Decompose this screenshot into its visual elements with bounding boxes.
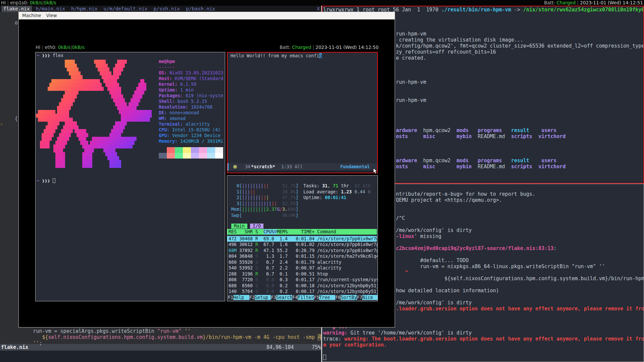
modeline-accent-bar	[228, 163, 229, 171]
palette-swatch	[207, 147, 215, 153]
emacs-tab-h/hpm.nix[interactable]: h/hpm.nix	[69, 6, 100, 12]
htop-meter: Swp[ 0K/0K]	[231, 213, 298, 218]
htop-meter: 2[|||||||||| 47.7%]	[231, 195, 298, 200]
palette-swatch	[167, 153, 175, 159]
neofetch-kernel: Kernel: 6.1.59	[159, 81, 196, 87]
vm-prompt: ~ ❯❯❯ flex	[37, 53, 63, 58]
warning-icon: ⚠	[0, 122, 3, 126]
neofetch-packages: Packages: 619 (nix-syste	[159, 93, 223, 99]
htop-process-row[interactable]: 540 53992 S 0.7 2.2 0:00.97 alacritty	[227, 265, 377, 271]
modeline-dot-icon	[233, 165, 237, 169]
terminal-row: trace: warning: The boot.loader.grub.ver…	[323, 336, 644, 342]
neofetch-underline: ------	[159, 64, 175, 70]
emacs-echo-area	[0, 351, 321, 362]
emacs-tab-h/main.nix[interactable]: h/main.nix	[34, 6, 67, 12]
modeline-buffer-name: *scratch*	[251, 163, 275, 171]
htop-process-row[interactable]: 472 30468 R 69.0 1.4 0:01.04 /nix/store/…	[227, 236, 377, 242]
modeline-number: 34	[245, 163, 250, 171]
htop-meter: 3[||||||||||||| 62.5%]	[231, 201, 298, 206]
emacs-text-fragment: o	[15, 20, 18, 26]
vm-emacs-echo-area	[228, 171, 377, 173]
terminal-row: warning: Git tree '/home/me/work/config'…	[323, 330, 472, 336]
mouse-cursor	[373, 168, 379, 175]
qemu-menu-machine[interactable]: Machine	[22, 13, 41, 18]
htop-process-row[interactable]: 68M 37892 R 47.1 55.2 0:26.79 /nix/store…	[227, 248, 377, 253]
htop-meter: 1[||||| 26.0%]	[231, 189, 298, 195]
modeline-major-mode: Fundamental	[340, 163, 370, 171]
terminal-row	[323, 354, 326, 360]
modeline-percent: 75%	[312, 344, 321, 351]
emacs-tab-u/m/default.nix[interactable]: u/m/default.nix	[101, 6, 149, 12]
palette-swatch	[159, 153, 167, 159]
palette-swatch	[159, 147, 167, 153]
palette-swatch	[167, 147, 175, 153]
palette-swatch	[175, 153, 183, 159]
vm-emacs-modeline: 34 *scratch* 1:33 All Fundamental	[228, 163, 377, 171]
vm-terminal[interactable]: ~ ❯❯❯ flex ~ ❯❯❯ me@hpm------OS: NixOS 2…	[35, 52, 225, 301]
vm-prompt-cursor: ~ ❯❯❯	[37, 178, 55, 184]
neofetch-uptime: Uptime: 1 min	[159, 87, 194, 93]
neofetch-gpu: GPU: Vendor 1234 Device	[159, 133, 220, 138]
emacs-code-line: run-vm = specialArgs.pkgs.writeScriptBin…	[3, 328, 191, 334]
neofetch-wm: WM: xmonad	[159, 116, 186, 121]
palette-swatch	[183, 153, 191, 159]
palette-swatch	[207, 153, 215, 159]
palette-swatch	[199, 147, 207, 153]
tab-close-button[interactable]: X	[317, 6, 320, 12]
neofetch-cpu: CPU: Intel i5-8250U (4)	[159, 127, 220, 133]
htop-process-row[interactable]: 496 30612 R 67.7 1.6 0:01.02 /nix/store/…	[227, 242, 377, 247]
emacs-modeline: flake.nix 84,96-104 75%	[0, 344, 321, 351]
modeline-cursor-pos: 1:33	[281, 163, 292, 171]
palette-swatch	[175, 147, 183, 153]
qemu-window[interactable]: MachineView HI | eth0: 0kB/s|0kB/s Batt:…	[18, 12, 395, 327]
htop-process-row[interactable]: 804 36848 S 1.3 1.7 0:01.15 /nix/store/h…	[227, 253, 377, 259]
htop-fkey-bar[interactable]: F1Help F2Setup F3SearchF4FilterF5Tree F6…	[228, 295, 378, 300]
palette-swatch	[199, 153, 207, 159]
neofetch-terminal: Terminal: alacritty	[159, 121, 210, 127]
host-status-bar: HI | enp1s0: 0kB/s|0kB/s Batt: Charged |…	[0, 0, 644, 6]
htop-process-row[interactable]: 688 6560 S 0.0 0.2 0:00.18 /nix/store/12…	[227, 283, 377, 289]
nixos-logo	[36, 60, 152, 172]
modeline-scroll: All	[295, 163, 303, 171]
terminal-row: m your configuration.	[323, 342, 387, 348]
vm-battery-clock: Batt: Charged | 2023-11-01 (Wed) 14:12:5…	[280, 45, 379, 50]
htop-tabs: Main I/O	[231, 223, 263, 229]
emacs-tab-p/ssh.nix[interactable]: p/ssh.nix	[151, 6, 182, 12]
neofetch-de: DE: none+xmonad	[159, 110, 199, 116]
emacs-tab-flake.nix[interactable]: flake.nix	[1, 6, 32, 12]
htop-stat: Uptime: 00:01:41	[303, 195, 346, 200]
vm-emacs-text: Hello World!! from my emacs config	[231, 53, 322, 59]
emacs-tab-p/bash.nix[interactable]: p/bash.nix	[184, 6, 217, 12]
vm-net-status: HI | eth0: 0kB/s|0kB/s	[36, 45, 85, 50]
palette-swatch	[215, 153, 223, 159]
emacs-code-line: '';	[3, 340, 42, 346]
palette-swatch	[191, 147, 199, 153]
htop-stat: Load average: 1.23 0.44 0	[303, 189, 370, 195]
vm-emacs-window[interactable]: Hello World!! from my emacs config 34 *s…	[227, 52, 378, 173]
neofetch-resolution: Resolution: 1024x768	[159, 104, 212, 110]
neofetch-os: OS: NixOS 23.05.20231023	[159, 70, 223, 76]
palette-swatch	[215, 147, 223, 153]
palette-swatch	[191, 153, 199, 159]
htop-process-row[interactable]: 808 7720 S 0.0 0.3 0:01.17 /run/current-…	[227, 277, 377, 283]
qemu-menu-bar[interactable]: MachineView	[19, 12, 395, 19]
palette-swatch	[183, 147, 191, 153]
htop-process-row[interactable]: 288 3196 R 0.7 0.1 0:00.51 htop	[227, 271, 377, 277]
htop-meter: 0[|||||||||| 51.7%]	[231, 183, 298, 189]
htop-meter: Mem[|||||||||2.37G/3.84G]	[231, 206, 298, 212]
vm-htop-window[interactable]: RES SHR S CPU%▽MEM% TIME+ Command 0[||||…	[227, 175, 378, 301]
htop-process-row[interactable]: 140 5764 S 0.0 0.2 0:00.17 /nix/store/12…	[227, 289, 377, 294]
neofetch-host: Host: KVM/QEMU (Standard	[159, 76, 223, 81]
htop-stat: Tasks: 31, 71 thr, 82 kth	[303, 183, 370, 189]
htop-process-row[interactable]: 660 55920 S 0.7 2.4 0:01.79 alacritty	[227, 259, 377, 265]
htop-header[interactable]: RES SHR S CPU%▽MEM% TIME+ Command	[227, 229, 377, 235]
neofetch-memory: Memory: 1420MiB / 3931Mi	[159, 138, 223, 144]
modeline-position: 84,96-104	[266, 344, 294, 351]
emacs-text-fragment: {	[15, 116, 18, 122]
vm-status-bar: HI | eth0: 0kB/s|0kB/s Batt: Charged | 2…	[35, 45, 379, 50]
neofetch-shell: Shell: bash 5.2.15	[159, 99, 207, 104]
emacs-code-line: ${self.nixosConfigurations.hpm.config.sy…	[3, 334, 321, 340]
qemu-menu-view[interactable]: View	[46, 13, 57, 18]
host-net-status: HI | enp1s0: 0kB/s|0kB/s	[1, 0, 56, 6]
emacs-tab-bar[interactable]: flake.nixh/main.nixh/hpm.nixu/m/default.…	[0, 6, 321, 12]
